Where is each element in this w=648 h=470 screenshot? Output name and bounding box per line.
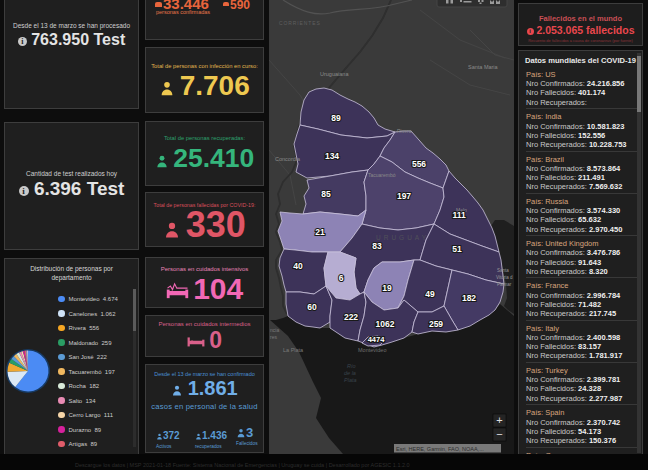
svg-text:182: 182 bbox=[462, 293, 476, 303]
svg-text:+: + bbox=[496, 414, 502, 426]
svg-text:Uruguaiana: Uruguaiana bbox=[320, 71, 349, 77]
svg-text:Vitória d: Vitória d bbox=[496, 275, 513, 280]
svg-text:Santa: Santa bbox=[497, 268, 509, 273]
svg-text:259: 259 bbox=[429, 319, 443, 329]
svg-text:URUGUAY: URUGUAY bbox=[376, 234, 429, 241]
svg-text:Plata: Plata bbox=[344, 377, 357, 383]
svg-text:85: 85 bbox=[321, 189, 331, 199]
svg-text:Esri, HERE, Garmin, FAO, NOAA,: Esri, HERE, Garmin, FAO, NOAA,... bbox=[396, 446, 484, 452]
svg-text:Palmar: Palmar bbox=[497, 282, 512, 287]
svg-text:−: − bbox=[496, 428, 502, 440]
svg-text:CORRIENTES: CORRIENTES bbox=[279, 20, 321, 26]
svg-text:4474: 4474 bbox=[368, 335, 386, 344]
svg-text:de la: de la bbox=[344, 370, 356, 376]
svg-text:Concordia: Concordia bbox=[275, 156, 301, 162]
svg-text:197: 197 bbox=[397, 191, 411, 201]
svg-text:Rivera: Rivera bbox=[397, 128, 412, 134]
svg-text:556: 556 bbox=[412, 159, 426, 169]
svg-text:49: 49 bbox=[425, 289, 435, 299]
svg-text:222: 222 bbox=[344, 312, 358, 322]
svg-text:51: 51 bbox=[452, 244, 462, 254]
svg-text:89: 89 bbox=[331, 113, 341, 123]
svg-text:60: 60 bbox=[307, 302, 317, 312]
svg-text:La Plata: La Plata bbox=[283, 347, 304, 353]
svg-text:21: 21 bbox=[315, 227, 325, 237]
svg-text:Montevideo: Montevideo bbox=[358, 347, 386, 353]
svg-text:1062: 1062 bbox=[376, 319, 395, 329]
svg-text:40: 40 bbox=[293, 261, 303, 271]
svg-text:res: res bbox=[270, 334, 277, 340]
svg-text:ncia: ncia bbox=[270, 327, 279, 333]
svg-text:Tacuarembó: Tacuarembó bbox=[368, 172, 396, 178]
svg-text:Santa Maria: Santa Maria bbox=[468, 64, 499, 70]
svg-text:83: 83 bbox=[372, 241, 382, 251]
svg-text:Río: Río bbox=[347, 363, 356, 369]
svg-text:19: 19 bbox=[382, 283, 392, 293]
svg-text:134: 134 bbox=[325, 151, 339, 161]
svg-text:6: 6 bbox=[339, 273, 344, 283]
svg-text:111: 111 bbox=[452, 210, 466, 220]
